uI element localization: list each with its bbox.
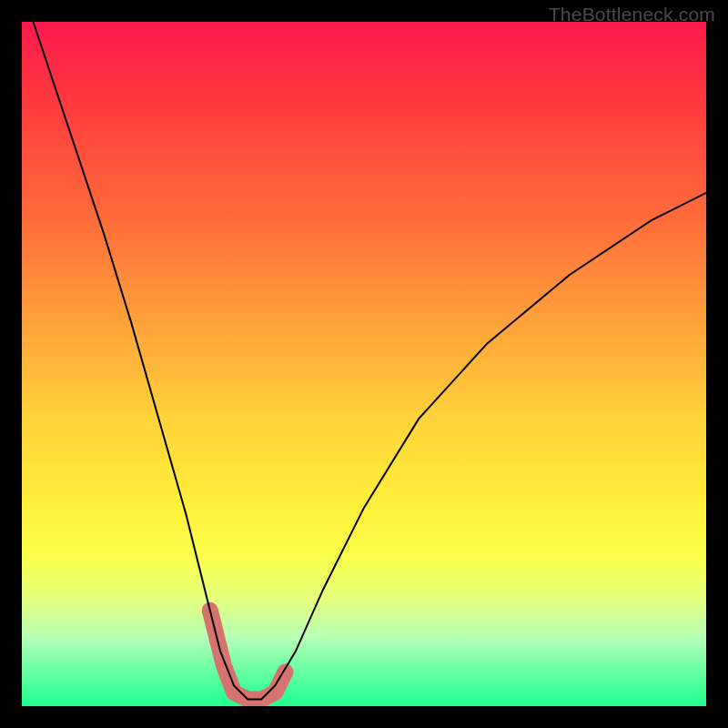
chart-area (22, 22, 706, 706)
watermark-text: TheBottleneck.com (549, 4, 715, 25)
bottleneck-plot (22, 22, 706, 706)
bottleneck-curve (22, 22, 706, 699)
